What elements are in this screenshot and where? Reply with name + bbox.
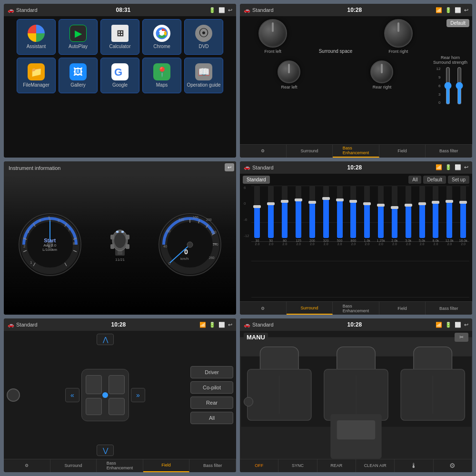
manu-sync-btn[interactable]: SYNC bbox=[278, 459, 317, 472]
nav-right-button[interactable]: » bbox=[131, 388, 145, 402]
eq-handle-50[interactable] bbox=[267, 202, 275, 205]
eq-track-5k bbox=[419, 186, 425, 238]
eq-all-btn[interactable]: All bbox=[408, 176, 421, 184]
svg-text:km/h: km/h bbox=[180, 257, 188, 261]
svg-text:5: 5 bbox=[48, 216, 50, 220]
topbar-title-field: 🚗 Standard bbox=[8, 322, 38, 328]
eq-handle-16k[interactable] bbox=[459, 201, 467, 204]
app-filemanager[interactable]: 📁 FileManager bbox=[17, 58, 56, 93]
tab-field-surround[interactable]: Surround bbox=[50, 459, 97, 472]
eq-handle-1k[interactable] bbox=[363, 202, 371, 205]
seat-driver-btn[interactable]: Driver bbox=[190, 366, 233, 378]
eq-handle-2k[interactable] bbox=[391, 206, 398, 209]
eq-handle-800[interactable] bbox=[349, 200, 357, 203]
tab-eq-bassfilter[interactable]: Bass filter bbox=[426, 302, 472, 315]
app-chrome[interactable]: Chrome bbox=[142, 19, 181, 55]
svg-rect-29 bbox=[110, 235, 114, 239]
eq-col-800: 800 2.0 bbox=[347, 186, 359, 298]
car-icon-surround: 🚗 bbox=[244, 7, 250, 13]
eq-col-50: 50 2.0 bbox=[265, 186, 277, 298]
app-dvd-label: DVD bbox=[198, 44, 208, 49]
slider-2-input[interactable] bbox=[455, 67, 464, 105]
manu-scissors-btn[interactable]: ✂ bbox=[455, 333, 468, 342]
eq-handle-8k[interactable] bbox=[432, 201, 439, 204]
tab-field-field[interactable]: Field bbox=[143, 459, 190, 472]
tab-field-bassfilter[interactable]: Bass filter bbox=[189, 459, 236, 472]
svg-rect-34 bbox=[121, 231, 124, 233]
manu-label: MANU bbox=[244, 333, 268, 342]
tab-field-settings[interactable]: ⚙ bbox=[4, 459, 50, 472]
slider-1-input[interactable] bbox=[443, 67, 453, 105]
app-assistant-icon bbox=[28, 25, 45, 42]
tab-bass-filter[interactable]: Bass filter bbox=[426, 145, 472, 158]
nav-left-button[interactable]: « bbox=[65, 388, 79, 402]
app-calculator[interactable]: ⊞ Calculator bbox=[100, 19, 139, 55]
eq-handle-125[interactable] bbox=[295, 198, 302, 201]
app-assistant[interactable]: Assistant bbox=[17, 19, 56, 55]
topbar-icons-appgrid: 🔋 ⬜ ↩ bbox=[209, 7, 232, 13]
topbar-standard-label: Standard bbox=[16, 7, 38, 13]
seat-all-btn[interactable]: All bbox=[190, 412, 233, 424]
eq-setup-btn[interactable]: Set up bbox=[448, 176, 469, 184]
seat-copilot-btn[interactable]: Co-pilot bbox=[190, 381, 233, 394]
manu-settings-btn[interactable]: ⚙ bbox=[434, 459, 472, 472]
eq-handle-500[interactable] bbox=[336, 198, 344, 201]
eq-track-500 bbox=[337, 186, 343, 238]
topbar-appgrid: 🚗 Standard 08:31 🔋 ⬜ ↩ bbox=[4, 4, 236, 16]
nav-up-button[interactable]: ⋀ bbox=[97, 334, 114, 345]
knob-fl[interactable] bbox=[258, 19, 287, 48]
app-guide[interactable]: 📖 Operation guide bbox=[184, 58, 223, 93]
svg-text:200: 200 bbox=[206, 218, 212, 221]
app-maps-icon: 📍 bbox=[153, 63, 170, 80]
eq-handle-12k[interactable] bbox=[446, 200, 453, 203]
nav-down-button[interactable]: ⋁ bbox=[97, 445, 114, 456]
eq-presets-row: Standard All Default Set up bbox=[243, 176, 469, 184]
knob-rear-left: Rear left bbox=[278, 60, 300, 89]
app-dvd[interactable]: ⦿ DVD bbox=[184, 19, 223, 55]
tab-eq-surround[interactable]: Surround bbox=[287, 302, 333, 315]
knob-rr[interactable] bbox=[370, 60, 393, 83]
app-gallery[interactable]: 🖼 Gallery bbox=[59, 58, 98, 93]
tab-surround-btn[interactable]: Surround bbox=[287, 145, 333, 158]
seat-rear-btn[interactable]: Rear bbox=[190, 397, 233, 409]
knob-fr[interactable] bbox=[384, 19, 413, 48]
knob-rl[interactable] bbox=[278, 60, 300, 83]
eq-handle-320[interactable] bbox=[322, 197, 330, 200]
preset-standard-btn[interactable]: Standard bbox=[243, 176, 270, 184]
eq-handle-30[interactable] bbox=[253, 205, 261, 208]
wifi-icon-field: 📶 bbox=[199, 322, 206, 328]
manu-clean-air-btn[interactable]: CLEAN AIR bbox=[356, 459, 395, 472]
instrument-back-button[interactable]: ↩ bbox=[225, 163, 234, 171]
topbar-time-eq: 10:28 bbox=[347, 164, 362, 171]
avg-text: Avg 0.0 bbox=[42, 243, 57, 248]
app-maps-label: Maps bbox=[156, 82, 168, 88]
manu-temp-btn[interactable]: 🌡 bbox=[395, 459, 433, 472]
eq-col-16k: 16.0k 2.0 bbox=[457, 186, 469, 298]
seat-fl bbox=[86, 375, 102, 394]
eq-default-btn[interactable]: Default bbox=[423, 176, 446, 184]
eq-handle-1k25[interactable] bbox=[377, 204, 385, 207]
eq-handle-3k[interactable] bbox=[405, 204, 412, 207]
app-maps[interactable]: 📍 Maps bbox=[142, 58, 181, 93]
default-button[interactable]: Default bbox=[446, 19, 469, 27]
panel-surround: 🚗 Standard 10:28 📶 🔋 ⬜ ↩ Default Front l… bbox=[240, 4, 472, 158]
app-chrome-icon bbox=[153, 25, 170, 42]
eq-handle-80[interactable] bbox=[281, 200, 288, 203]
manu-rear-btn[interactable]: REAR bbox=[317, 459, 356, 472]
app-autoplay[interactable]: ▶ AutoPlay bbox=[59, 19, 98, 55]
tab-bass-enhancement[interactable]: BassEnhancement bbox=[333, 145, 379, 158]
eq-handle-5k[interactable] bbox=[418, 202, 426, 205]
tab-eq-settings[interactable]: ⚙ bbox=[240, 302, 287, 315]
tab-surround-1[interactable]: ⚙ bbox=[240, 145, 287, 158]
manu-off-btn[interactable]: OFF bbox=[240, 459, 278, 472]
tab-field-bass[interactable]: BassEnhancement bbox=[97, 459, 143, 472]
eq-fill-5k bbox=[419, 204, 425, 238]
tab-eq-bass[interactable]: BassEnhancement bbox=[333, 302, 379, 315]
vert-slider-1 bbox=[443, 67, 453, 105]
interior-svg bbox=[240, 331, 472, 459]
app-google[interactable]: G Google bbox=[100, 58, 139, 93]
eq-handle-200[interactable] bbox=[308, 201, 316, 204]
tab-eq-field[interactable]: Field bbox=[379, 302, 426, 315]
app-google-icon: G bbox=[111, 63, 129, 80]
tab-field[interactable]: Field bbox=[379, 145, 426, 158]
